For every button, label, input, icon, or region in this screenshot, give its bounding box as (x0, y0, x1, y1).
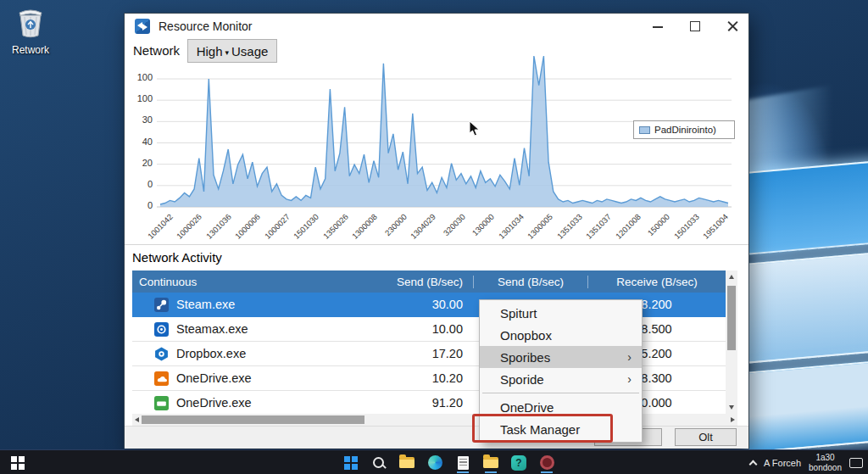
action-center-icon[interactable] (849, 458, 863, 468)
menu-separator (482, 393, 639, 393)
scroll-down-arrow-icon[interactable] (729, 405, 734, 410)
minimize-button[interactable] (639, 14, 676, 39)
submenu-arrow-icon: › (627, 372, 632, 386)
submenu-arrow-icon: › (627, 350, 632, 364)
taskbar-clock[interactable]: 1a30 bondoon (809, 453, 842, 472)
taskbar-folder-icon[interactable] (481, 452, 501, 473)
start-button[interactable] (11, 456, 25, 470)
mouse-cursor (469, 120, 481, 137)
process-name-cell: Dropbox.exe (132, 347, 357, 361)
y-axis-tick: 40 (126, 137, 153, 147)
taskbar-windows11-logo-icon[interactable] (341, 452, 361, 473)
resource-monitor-app-icon (135, 19, 150, 34)
menu-item-onopbox[interactable]: Onopbox (480, 324, 642, 346)
y-axis-tick: 20 (126, 158, 153, 168)
system-tray: A Forceh 1a30 bondoon (750, 450, 863, 474)
wallpaper-window-pane (749, 160, 868, 254)
close-button[interactable] (714, 14, 751, 39)
send-cell: 10.00 (357, 322, 473, 336)
window-footer: Om Olt (125, 426, 748, 449)
y-axis-tick: 100 (126, 72, 153, 82)
send-cell: 91.20 (357, 396, 473, 410)
taskbar: ? A Forceh 1a30 bondoon (0, 449, 868, 474)
process-name-cell: OneDrive.exe (132, 371, 357, 386)
column-header-continuous[interactable]: Continuous (132, 276, 357, 288)
taskbar-red-app-icon[interactable] (537, 452, 557, 473)
column-header-send2[interactable]: Send (B/sec) (473, 276, 587, 288)
tray-chevron-up-icon[interactable] (749, 460, 758, 468)
taskbar-edge-browser-icon[interactable] (425, 452, 445, 473)
horizontal-scrollbar-thumb[interactable] (142, 415, 364, 424)
recycle-bin-label: Retwork (3, 44, 58, 56)
steam-icon (154, 298, 169, 312)
y-axis-tick: 100 (126, 93, 153, 103)
vertical-scrollbar-thumb[interactable] (727, 286, 736, 350)
legend-label: PadDinirointo) (654, 125, 716, 135)
send-cell: 30.00 (357, 298, 473, 311)
onedrive-orange-icon (154, 371, 169, 386)
recycle-bin-icon (14, 5, 47, 39)
menu-item-spiturt[interactable]: Spiturt (480, 302, 642, 324)
taskbar-file-explorer-icon[interactable] (397, 452, 417, 473)
wallpaper-window-pane (749, 252, 868, 363)
table-header[interactable]: Continuous Send (B/sec) Send (B/sec) Rec… (132, 270, 726, 293)
clock-time: 1a30 (809, 453, 842, 463)
onedrive-green-icon (154, 396, 169, 410)
recycle-bin-shortcut[interactable]: Retwork (3, 5, 58, 56)
network-usage-chart: 10010030402000 1001042100002613010361000… (126, 54, 747, 243)
send-cell: 17.20 (357, 347, 473, 360)
menu-item-sporide[interactable]: Sporide› (480, 368, 642, 390)
active-app-indicator (457, 471, 469, 474)
active-app-indicator (541, 471, 553, 474)
process-name-cell: Steam.exe (132, 298, 357, 312)
taskbar-search-icon[interactable] (369, 452, 389, 473)
steamax-icon (154, 322, 169, 337)
chart-legend: PadDinirointo) (633, 120, 735, 139)
network-activity-title: Network Activity (132, 250, 222, 265)
scroll-up-arrow-icon[interactable] (729, 275, 734, 279)
legend-swatch (639, 126, 650, 134)
menu-item-sporibes[interactable]: Sporibes› (480, 346, 642, 368)
wallpaper-window-pane (749, 360, 868, 453)
active-app-indicator (485, 471, 497, 474)
clock-date: bondoon (809, 463, 842, 473)
column-header-receive[interactable]: Receive (B/sec) (587, 276, 726, 288)
vertical-scrollbar[interactable] (726, 270, 737, 414)
dropbox-icon (154, 347, 169, 361)
maximize-button[interactable] (676, 14, 714, 39)
taskbar-question-app-icon[interactable]: ? (509, 452, 529, 473)
taskbar-notepad-icon[interactable] (453, 452, 473, 473)
footer-button-olt[interactable]: Olt (675, 428, 737, 446)
y-axis-tick: 0 (126, 179, 153, 189)
column-header-send[interactable]: Send (B/sec) (357, 276, 473, 288)
tray-language-indicator[interactable]: A Forceh (764, 458, 801, 468)
scroll-left-arrow-icon[interactable] (135, 417, 139, 422)
section-divider (125, 244, 748, 245)
taskbar-icons: ? (341, 452, 557, 474)
process-name-cell: Steamax.exe (132, 322, 357, 337)
horizontal-scrollbar[interactable] (132, 414, 737, 426)
process-name-cell: OneDrive.exe (132, 396, 357, 410)
task-manager-highlight-box (472, 414, 613, 443)
window-titlebar[interactable]: Resource Monitor (125, 14, 748, 39)
y-axis-tick: 0 (126, 200, 153, 210)
scroll-right-arrow-icon[interactable] (731, 417, 735, 422)
send-cell: 10.20 (357, 371, 473, 385)
window-title: Resource Monitor (159, 20, 253, 33)
resource-monitor-window: Resource Monitor Network High▾ Usage 100… (124, 13, 749, 449)
y-axis-tick: 30 (126, 114, 153, 125)
